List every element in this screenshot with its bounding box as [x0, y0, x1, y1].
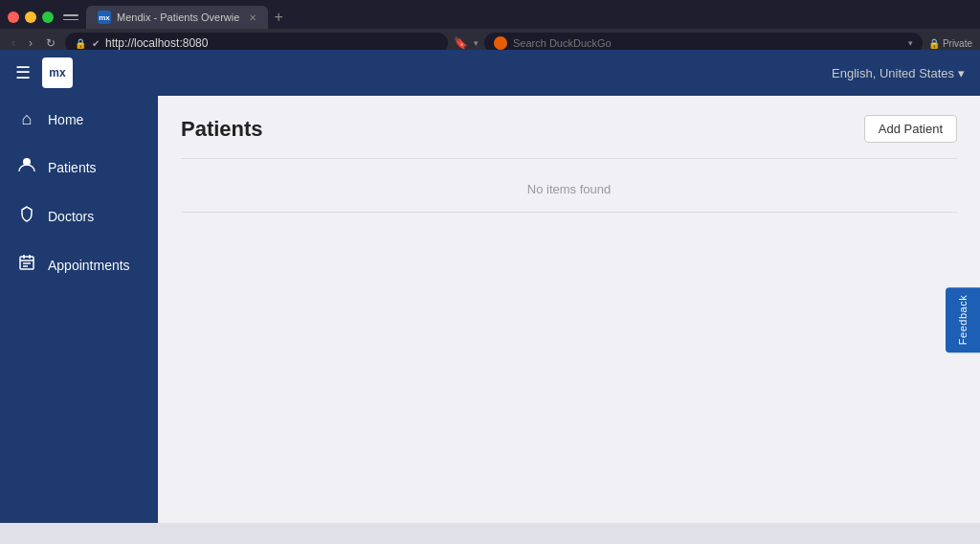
tab-close-icon[interactable]: ✕	[249, 12, 256, 23]
language-chevron-icon: ▾	[958, 66, 965, 80]
top-divider	[181, 158, 957, 159]
appointments-icon	[17, 254, 36, 276]
page-title: Patients	[181, 117, 263, 142]
close-window-button[interactable]	[8, 11, 19, 23]
maximize-window-button[interactable]	[42, 11, 54, 23]
browser-tab[interactable]: mx Mendix - Patients Overwie ✕	[86, 6, 268, 29]
sidebar-item-appointments[interactable]: Appointments	[0, 240, 158, 289]
bookmark-icon[interactable]: 🔖	[454, 36, 468, 50]
feedback-label[interactable]: Feedback	[946, 287, 980, 352]
verified-icon: ✔	[92, 38, 100, 49]
sidebar-label-patients: Patients	[48, 160, 97, 175]
app-logo: mx	[42, 57, 73, 88]
app-topbar: ☰ mx English, United States ▾	[0, 50, 980, 96]
duckduckgo-icon	[494, 36, 507, 50]
sidebar-label-doctors: Doctors	[48, 209, 94, 224]
patients-icon	[17, 156, 36, 178]
private-label: Private	[943, 38, 972, 49]
sidebar-item-doctors[interactable]: Doctors	[0, 192, 158, 240]
search-chevron-icon: ▾	[908, 38, 913, 48]
doctors-icon	[17, 205, 36, 227]
sidebar-item-patients[interactable]: Patients	[0, 143, 158, 192]
sidebar-label-home: Home	[48, 112, 83, 127]
bookmark-chevron-icon[interactable]: ▾	[474, 38, 479, 48]
add-patient-button[interactable]: Add Patient	[864, 115, 957, 143]
status-bar	[0, 523, 980, 544]
lock-private-icon: 🔒	[928, 38, 940, 49]
url-text: http://localhost:8080	[105, 36, 208, 50]
home-icon: ⌂	[17, 109, 36, 129]
lock-icon: 🔒	[75, 38, 86, 49]
search-placeholder: Search DuckDuckGo	[513, 37, 612, 49]
new-tab-button[interactable]: +	[274, 10, 282, 25]
traffic-lights	[8, 11, 54, 23]
feedback-button[interactable]: Feedback	[946, 287, 980, 352]
private-badge: 🔒 Private	[928, 38, 972, 49]
sidebar: ⌂ Home Patients Doctors	[0, 96, 158, 544]
content-area: ⌂ Home Patients Doctors	[0, 96, 980, 544]
sidebar-label-appointments: Appointments	[48, 258, 130, 273]
main-content: Patients Add Patient No items found	[158, 96, 980, 544]
sidebar-item-home[interactable]: ⌂ Home	[0, 96, 158, 143]
page-header: Patients Add Patient	[181, 115, 957, 143]
app-window: mx Mendix - Patients Overwie ✕ + ‹ › ↻ 🔒…	[0, 0, 980, 544]
browser-chrome: mx Mendix - Patients Overwie ✕ + ‹ › ↻ 🔒…	[0, 0, 980, 50]
bottom-divider	[181, 212, 957, 213]
tab-favicon: mx	[98, 11, 111, 24]
language-selector[interactable]: English, United States ▾	[832, 66, 965, 80]
tab-title: Mendix - Patients Overwie	[117, 11, 239, 23]
empty-state-message: No items found	[181, 167, 957, 204]
tab-bar: mx Mendix - Patients Overwie ✕ +	[0, 0, 980, 29]
language-label: English, United States	[832, 66, 954, 80]
minimize-window-button[interactable]	[25, 11, 36, 23]
hamburger-menu-button[interactable]: ☰	[15, 62, 31, 83]
sidebar-toggle-button[interactable]	[63, 11, 78, 23]
